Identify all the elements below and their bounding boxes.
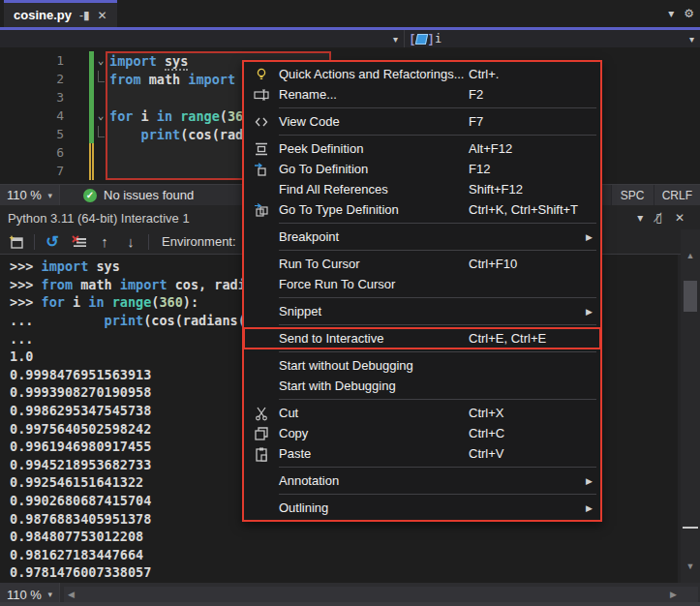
change-tracking-bar	[89, 70, 94, 88]
output-line: 0.984807753012208	[10, 528, 678, 546]
chevron-down-icon: ▾	[47, 590, 52, 599]
menu-item-label: Start with Debugging	[279, 379, 396, 393]
interactive-zoom-level: 110 %	[7, 588, 42, 602]
menu-item-shortcut: Ctrl+X	[469, 406, 583, 420]
variable-icon	[415, 34, 428, 45]
interactive-window-title: Python 3.11 (64-bit) Interactive 1	[8, 211, 190, 226]
menu-item-breakpoint[interactable]: Breakpoint▶	[244, 227, 600, 247]
code-token: import	[42, 258, 97, 274]
scroll-down-icon[interactable]: ▼	[681, 561, 700, 571]
menu-item-send-to-interactive[interactable]: Send to InteractiveCtrl+E, Ctrl+E	[244, 328, 600, 348]
menu-item-view-code[interactable]: View CodeF7	[244, 111, 600, 132]
menu-item-paste[interactable]: PasteCtrl+V	[244, 443, 600, 464]
menu-item-annotation[interactable]: Annotation▶	[244, 470, 600, 491]
paste-icon	[250, 446, 273, 462]
menu-item-label: Go To Type Definition	[279, 202, 399, 217]
tab-cosine-py[interactable]: cosine.py -▮ ✕	[4, 0, 117, 27]
lightbulb-icon	[250, 67, 273, 82]
view-code-icon	[250, 114, 273, 130]
chevron-down-icon[interactable]: ▾	[637, 211, 643, 225]
menu-item-shortcut: Shift+F12	[469, 182, 583, 197]
history-previous-icon[interactable]: ↑	[96, 233, 113, 251]
window-bottom-edge	[0, 602, 700, 606]
whitespace-indicator[interactable]: SPC	[611, 185, 654, 205]
submenu-arrow-icon: ▶	[583, 232, 593, 242]
menu-item-outlining[interactable]: Outlining▶	[244, 498, 600, 518]
context-menu: Quick Actions and Refactorings...Ctrl+.R…	[242, 60, 602, 522]
outline-guide	[98, 126, 105, 137]
menu-item-find-all-references[interactable]: Find All ReferencesShift+F12	[244, 179, 600, 199]
history-next-icon[interactable]: ↓	[122, 233, 139, 251]
member-dropdown[interactable]: [ ] i ▾	[405, 30, 700, 47]
output-line: 0.981627183447664	[10, 546, 678, 564]
gear-icon[interactable]: ⚙	[684, 7, 694, 20]
menu-item-snippet[interactable]: Snippet▶	[244, 301, 600, 321]
menu-item-cut[interactable]: CutCtrl+X	[244, 403, 600, 423]
line-number: 2	[0, 72, 66, 86]
menu-item-copy[interactable]: CopyCtrl+C	[244, 423, 600, 443]
menu-item-label: Paste	[279, 446, 311, 461]
menu-item-shortcut: F12	[469, 162, 583, 176]
scroll-right-icon[interactable]: ▶	[670, 587, 677, 602]
menu-separator	[244, 247, 600, 254]
change-tracking-bar	[89, 106, 94, 125]
editor-zoom-control[interactable]: 110 % ▾	[0, 185, 60, 205]
line-number: 4	[0, 108, 66, 123]
vs-window: cosine.py -▮ ✕ ▾ ⚙ ▾ [ ] i ▾ 1⌄import sy…	[0, 0, 700, 606]
scrollbar-marker	[683, 527, 698, 529]
menu-item-go-to-type-definition[interactable]: Go To Type DefinitionCtrl+K, Ctrl+Shift+…	[244, 199, 600, 220]
menu-item-label: View Code	[279, 114, 340, 129]
change-tracking-bar	[89, 162, 94, 180]
menu-item-label: Breakpoint	[279, 229, 339, 244]
line-ending-indicator[interactable]: CRLF	[654, 185, 700, 205]
environment-label: Environment:	[162, 234, 236, 249]
menu-item-shortcut: Alt+F12	[469, 141, 583, 156]
menu-item-label: Run To Cursor	[279, 257, 360, 271]
go-to-type-definition-icon	[250, 202, 273, 218]
scrollbar-thumb[interactable]	[684, 281, 697, 312]
menu-separator	[244, 348, 600, 355]
code-token: import	[120, 277, 175, 292]
menu-item-rename[interactable]: Rename...F2	[244, 84, 600, 105]
reset-interactive-icon[interactable]: ↺	[44, 233, 61, 251]
repl-prompt: >>>	[10, 294, 42, 310]
menu-item-go-to-definition[interactable]: Go To DefinitionF12	[244, 159, 600, 179]
menu-item-label: Annotation	[279, 473, 339, 488]
menu-item-label: Rename...	[279, 87, 337, 102]
menu-item-run-to-cursor[interactable]: Run To CursorCtrl+F10	[244, 254, 600, 274]
code-token: sys	[96, 258, 119, 274]
close-icon[interactable]: ✕	[675, 211, 685, 225]
menu-item-quick-actions-and-refactorings[interactable]: Quick Actions and Refactorings...Ctrl+.	[244, 64, 600, 84]
menu-item-shortcut: Ctrl+F10	[469, 257, 583, 271]
menu-item-start-without-debugging[interactable]: Start without Debugging	[244, 355, 600, 376]
open-window-icon[interactable]	[8, 233, 25, 251]
menu-item-force-run-to-cursor[interactable]: Force Run To Cursor	[244, 274, 600, 294]
menu-item-label: Send to Interactive	[279, 331, 383, 346]
horizontal-scrollbar[interactable]: ◀ ▶	[64, 587, 698, 602]
code-token	[42, 313, 105, 328]
document-dropdown-icon[interactable]: ▾	[668, 7, 674, 20]
vertical-scrollbar[interactable]: ▲ ▼	[681, 229, 700, 583]
pin-icon[interactable]: ▯̸	[655, 211, 662, 225]
change-tracking-bar	[89, 88, 94, 106]
code-token: 360	[159, 294, 182, 310]
clear-screen-icon[interactable]	[70, 233, 87, 251]
tab-bar: cosine.py -▮ ✕ ▾ ⚙	[0, 0, 700, 27]
scroll-left-icon[interactable]: ◀	[68, 587, 75, 602]
menu-separator	[244, 132, 600, 138]
line-number: 1	[0, 53, 66, 68]
menu-separator	[244, 396, 600, 403]
menu-separator	[244, 464, 600, 470]
repl-prompt: ...	[10, 313, 42, 328]
pin-icon[interactable]: -▮	[79, 10, 90, 21]
close-icon[interactable]: ✕	[98, 10, 107, 21]
menu-item-shortcut: F7	[469, 114, 583, 129]
output-line: 0.9781476007338057	[10, 563, 678, 582]
code-token: print	[105, 313, 144, 328]
project-dropdown[interactable]: ▾	[0, 30, 405, 47]
chevron-down-icon: ▾	[689, 34, 694, 45]
menu-item-peek-definition[interactable]: Peek DefinitionAlt+F12	[244, 138, 600, 159]
menu-item-start-with-debugging[interactable]: Start with Debugging	[244, 376, 600, 396]
scroll-up-icon[interactable]: ▲	[681, 251, 700, 260]
menu-separator	[244, 491, 600, 498]
